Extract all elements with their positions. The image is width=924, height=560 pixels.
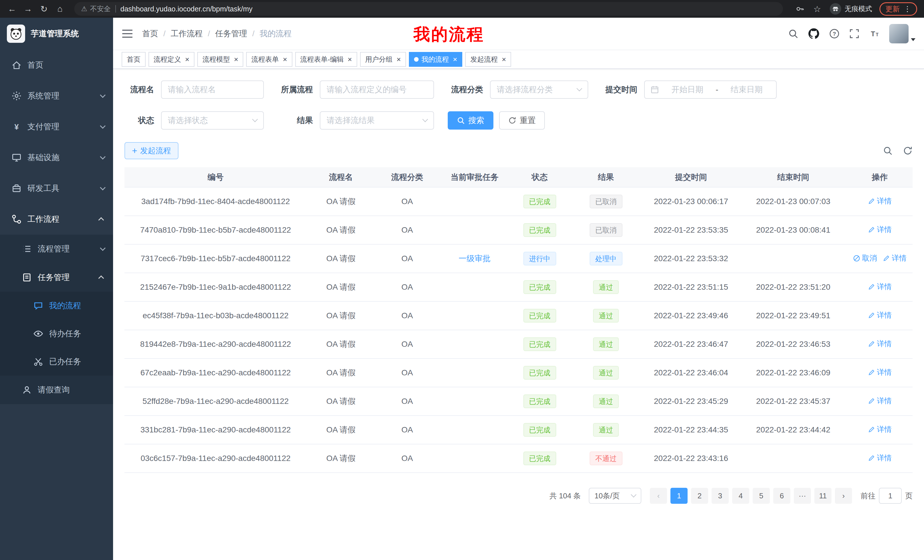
avatar[interactable] xyxy=(889,24,909,43)
logo-image xyxy=(7,24,25,43)
category-select[interactable]: 请选择流程分类 xyxy=(490,81,588,99)
tab-home[interactable]: 首页 xyxy=(122,52,146,67)
page-button-4[interactable]: 4 xyxy=(732,488,749,504)
page-button-5[interactable]: 5 xyxy=(753,488,770,504)
key-icon[interactable] xyxy=(795,4,805,13)
close-icon[interactable]: × xyxy=(283,55,287,63)
close-icon[interactable]: × xyxy=(348,55,352,63)
detail-button[interactable]: 详情 xyxy=(868,367,892,377)
update-button[interactable]: 更新 ⋮ xyxy=(879,2,917,16)
detail-button[interactable]: 详情 xyxy=(868,196,892,206)
tab-start-process[interactable]: 发起流程× xyxy=(465,52,511,67)
detail-button[interactable]: 详情 xyxy=(868,282,892,292)
breadcrumb-item[interactable]: 首页 xyxy=(142,28,158,39)
page-button-3[interactable]: 3 xyxy=(711,488,729,504)
detail-button[interactable]: 详情 xyxy=(868,396,892,406)
tab-user-group[interactable]: 用户分组× xyxy=(360,52,406,67)
bookmark-star-icon[interactable]: ☆ xyxy=(812,4,822,14)
close-icon[interactable]: × xyxy=(397,55,401,63)
start-date-placeholder: 开始日期 xyxy=(664,84,711,95)
page-button-6[interactable]: 6 xyxy=(773,488,790,504)
close-icon[interactable]: × xyxy=(453,55,457,63)
goto-page-input[interactable] xyxy=(879,488,902,504)
logo[interactable]: 芋道管理系统 xyxy=(0,18,113,49)
status-badge: 已完成 xyxy=(524,280,556,294)
page-button-1[interactable]: 1 xyxy=(670,488,688,504)
sidebar-item-todo-tasks[interactable]: 待办任务 xyxy=(0,320,113,347)
reload-icon[interactable]: ↻ xyxy=(39,4,49,14)
sidebar-item-system-management[interactable]: 系统管理 xyxy=(0,81,113,111)
result-select[interactable]: 请选择流结果 xyxy=(320,111,434,130)
browser-home-icon[interactable]: ⌂ xyxy=(55,4,65,14)
status-badge: 已完成 xyxy=(524,452,556,465)
user-menu[interactable] xyxy=(889,24,915,43)
detail-button[interactable]: 详情 xyxy=(868,310,892,320)
tags-bar: 首页流程定义×流程模型×流程表单×流程表单-编辑×用户分组×我的流程×发起流程× xyxy=(113,49,924,69)
sidebar-item-workflow[interactable]: 工作流程 xyxy=(0,204,113,235)
next-page-button[interactable]: › xyxy=(835,488,852,504)
start-process-button[interactable]: + 发起流程 xyxy=(124,142,178,159)
tab-process-form-edit[interactable]: 流程表单-编辑× xyxy=(295,52,357,67)
font-size-icon[interactable]: TT xyxy=(869,28,879,39)
chevron-down-icon xyxy=(252,117,258,122)
detail-button[interactable]: 详情 xyxy=(883,253,907,263)
start-process-label: 发起流程 xyxy=(140,145,171,156)
page-size-select[interactable]: 10条/页 xyxy=(589,488,641,504)
sidebar-item-done-tasks[interactable]: 已办任务 xyxy=(0,347,113,376)
browser-menu-icon[interactable]: ⋮ xyxy=(904,4,911,13)
github-icon[interactable] xyxy=(808,28,819,39)
sidebar-item-payment-management[interactable]: ¥支付管理 xyxy=(0,111,113,142)
sidebar-item-task-management[interactable]: 任务管理 xyxy=(0,263,113,292)
breadcrumb-item[interactable]: 工作流程 xyxy=(171,28,203,39)
sidebar-item-dev-tools[interactable]: 研发工具 xyxy=(0,173,113,204)
tab-label: 我的流程 xyxy=(422,55,449,64)
detail-button[interactable]: 详情 xyxy=(868,339,892,349)
close-icon[interactable]: × xyxy=(502,55,506,63)
task-link[interactable]: 一级审批 xyxy=(459,254,490,263)
address-bar[interactable]: ⚠ 不安全 dashboard.yudao.iocoder.cn/bpm/tas… xyxy=(74,2,783,16)
chevron-down-icon xyxy=(100,245,106,251)
tab-process-model[interactable]: 流程模型× xyxy=(197,52,243,67)
cancel-button[interactable]: 取消 xyxy=(853,253,877,263)
cell-process-name: OA 请假 xyxy=(307,358,375,387)
sidebar-item-my-process[interactable]: 我的流程 xyxy=(0,292,113,320)
refresh-table-icon[interactable] xyxy=(903,146,913,156)
reset-button[interactable]: 重置 xyxy=(499,111,545,130)
breadcrumb: 首页/工作流程/任务管理/我的流程 xyxy=(142,28,291,39)
page-button-2[interactable]: 2 xyxy=(691,488,708,504)
result-badge: 通过 xyxy=(593,309,619,322)
hamburger-icon[interactable] xyxy=(122,29,133,38)
search-button[interactable]: 搜索 xyxy=(448,111,494,130)
security-warning[interactable]: ⚠ 不安全 xyxy=(81,4,111,13)
detail-button[interactable]: 详情 xyxy=(868,225,892,235)
sidebar-item-home[interactable]: 首页 xyxy=(0,49,113,81)
search-toggle-icon[interactable] xyxy=(883,146,892,156)
sidebar-item-leave-query[interactable]: 请假查询 xyxy=(0,376,113,404)
more-pages-button[interactable]: ··· xyxy=(794,488,811,504)
status-select-placeholder: 请选择状态 xyxy=(168,115,208,126)
detail-button[interactable]: 详情 xyxy=(868,453,892,463)
close-icon[interactable]: × xyxy=(185,55,189,63)
sidebar-item-process-management[interactable]: 流程管理 xyxy=(0,235,113,263)
sidebar-item-infrastructure[interactable]: 基础设施 xyxy=(0,142,113,173)
process-id-input[interactable] xyxy=(320,81,434,99)
back-icon[interactable]: ← xyxy=(7,4,17,14)
fullscreen-icon[interactable] xyxy=(849,28,860,39)
process-name-input[interactable] xyxy=(161,81,264,99)
forward-icon[interactable]: → xyxy=(23,4,33,14)
tab-process-definition[interactable]: 流程定义× xyxy=(148,52,195,67)
help-icon[interactable]: ? xyxy=(829,28,840,39)
cell-process-name: OA 请假 xyxy=(307,330,375,358)
tab-my-process[interactable]: 我的流程× xyxy=(409,52,462,67)
page-button-11[interactable]: 11 xyxy=(814,488,831,504)
breadcrumb-item[interactable]: 任务管理 xyxy=(215,28,247,39)
cell-id: 2152467e-7b9b-11ec-9a1b-acde48001122 xyxy=(124,273,307,301)
cell-submit-time: 2022-01-22 23:44:35 xyxy=(642,416,740,444)
prev-page-button[interactable]: ‹ xyxy=(650,488,667,504)
status-select[interactable]: 请选择状态 xyxy=(161,111,264,130)
close-icon[interactable]: × xyxy=(234,55,238,63)
detail-button[interactable]: 详情 xyxy=(868,424,892,434)
tab-process-form[interactable]: 流程表单× xyxy=(246,52,292,67)
submit-time-range-picker[interactable]: 开始日期 - 结束日期 xyxy=(644,81,777,99)
search-icon[interactable] xyxy=(788,28,798,39)
